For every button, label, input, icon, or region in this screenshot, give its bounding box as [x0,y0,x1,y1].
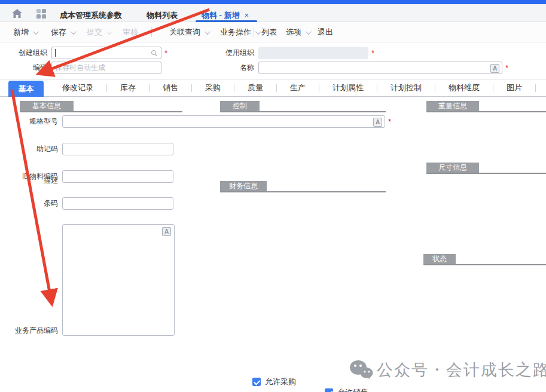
tab-purchase[interactable]: 采购 [192,82,234,93]
use-org-input [258,47,368,59]
detail-tab-strip: 基本 修改记录 库存 销售 采购 质量 生产 计划属性 计划控制 物料维度 图片… [0,79,546,97]
home-icon[interactable] [12,9,22,20]
spec-label: 规格型号 [0,117,62,127]
submit-button: 提交 [87,27,111,38]
toolbar-separator [151,27,152,37]
form-header: 创建组织 * 使用组织 * 编码 保存时自动生成 名称 A * [0,42,546,79]
chevron-down-icon [106,29,112,35]
options-button[interactable]: 选项 [286,27,310,38]
mnemonic-input[interactable] [62,143,173,155]
multiline-text-icon[interactable]: A [373,118,382,127]
chevron-down-icon [205,29,211,35]
spec-input[interactable]: A [62,115,385,128]
related-query-button[interactable]: 关联查询 [169,27,209,38]
required-marker: * [505,62,508,74]
old-code-input[interactable] [62,170,173,183]
code-input[interactable]: 保存时自动生成 [51,62,161,74]
tab-quality[interactable]: 质量 [234,82,276,93]
toolbar-separator [254,27,254,37]
mnemonic-label: 助记码 [0,144,62,154]
create-org-label: 创建组织 [0,48,51,58]
create-org-input[interactable] [51,47,161,59]
chevron-down-icon [71,29,77,35]
allow-purchase-checkbox[interactable]: 允许采购 [252,376,546,387]
tab-material-dim[interactable]: 物料维度 [435,82,493,93]
app-tab-bar: 成本管理系统参数 物料列表 物料 - 新增× [0,4,546,22]
tab-picture[interactable]: 图片 [493,82,535,93]
description-label: 描述 [0,176,62,186]
tab-cost-params[interactable]: 成本管理系统参数 [60,8,122,22]
audit-button: 审核 [123,27,147,38]
allow-sales-checkbox[interactable]: 允许销售 [325,387,546,392]
close-tab-icon[interactable]: × [245,11,249,20]
checkbox-checked-icon[interactable] [252,378,261,386]
barcode-label: 条码 [0,198,62,209]
section-status: 状态 [423,254,546,265]
search-icon[interactable] [151,50,156,55]
checkbox-checked-icon[interactable] [325,388,333,392]
exit-button[interactable]: 退出 [318,27,333,38]
use-org-label: 使用组织 [220,48,258,58]
list-button[interactable]: 列表 [261,27,277,38]
chevron-down-icon [33,29,39,35]
chevron-down-icon [142,29,148,35]
tab-change-log[interactable]: 修改记录 [49,82,106,93]
section-basic-info: 基本信息 [20,101,182,112]
tab-plan-control[interactable]: 计划控制 [377,82,435,93]
new-button[interactable]: 新增 [13,27,37,38]
multiline-text-icon[interactable]: A [490,64,499,73]
tab-plan-attr[interactable]: 计划属性 [319,82,377,93]
section-weight: 重量信息 [426,101,546,112]
name-label: 名称 [220,63,258,73]
tab-production[interactable]: 生产 [277,82,319,93]
section-control: 控制 [220,101,386,112]
text-cursor [55,49,56,57]
required-marker: * [388,115,391,128]
toolbar: 新增 保存 提交 审核 关联查询 业务操作 列表 选项 退出 [0,22,546,42]
chevron-down-icon [255,29,261,35]
tab-basic[interactable]: 基本 [8,81,44,97]
browser-top-strip [0,0,546,4]
biz-product-code-label: 业务产品编码 [0,326,62,336]
tab-inventory[interactable]: 库存 [107,82,149,93]
chevron-down-icon [306,29,312,35]
code-label: 编码 [0,63,51,73]
apps-grid-icon[interactable] [36,9,46,19]
material-new-window: 公众号・会计成长之路 成本管理系统参数 物料列表 物料 - 新增× 新增 保存 … [0,0,546,392]
barcode-input[interactable] [62,197,173,210]
save-button[interactable]: 保存 [51,27,75,38]
tab-sales[interactable]: 销售 [150,82,191,93]
name-input[interactable]: A [258,62,502,74]
description-textarea[interactable]: A [62,224,175,336]
required-marker: * [164,47,167,59]
required-marker: * [371,47,374,59]
multiline-text-icon[interactable]: A [162,227,171,236]
tab-other[interactable]: 其他 [536,82,546,93]
tab-material-list[interactable]: 物料列表 [147,8,178,22]
